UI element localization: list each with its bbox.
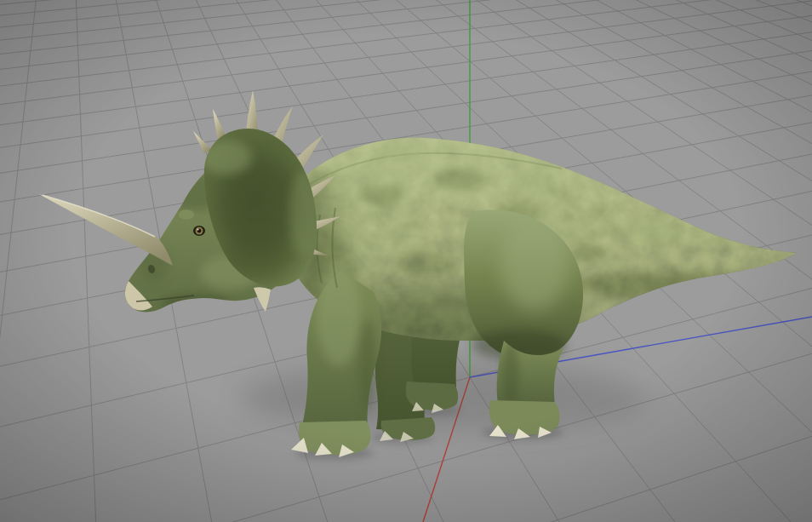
- brow-bump: [179, 209, 194, 220]
- 3d-viewport[interactable]: [0, 0, 812, 522]
- scene-canvas: [0, 0, 812, 522]
- model-eye: [193, 226, 205, 236]
